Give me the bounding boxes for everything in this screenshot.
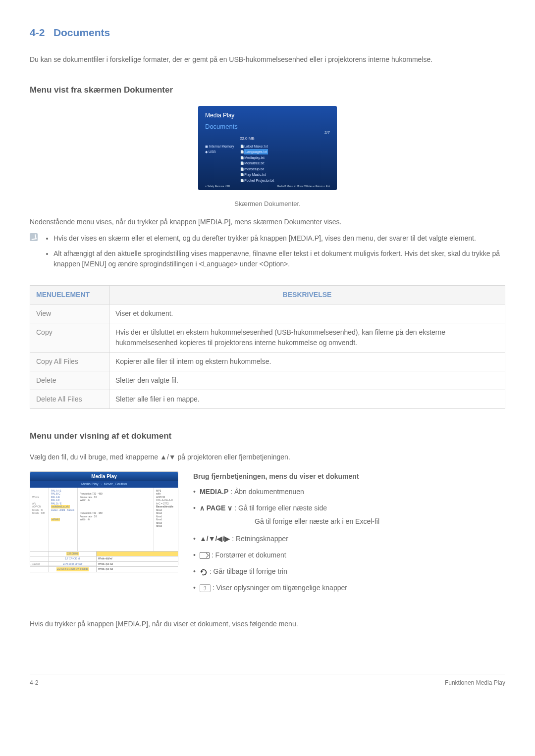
menu-item-desc: Kopierer alle filer til intern og ekster…	[109, 352, 505, 371]
mp-file-highlighted: Languages.txt	[240, 149, 274, 155]
figure-documents-screen: Media Play Documents 22,0 MB 2/7 ◼ Inter…	[30, 106, 505, 209]
bullet-item: Hvis der vises en skærm eller et element…	[54, 233, 505, 244]
remote-title: Brug fjernbetjeningen, mens du viser et …	[193, 471, 505, 482]
th-description: BESKRIVELSE	[109, 285, 505, 304]
mp-file: Menuitree.txt	[240, 160, 274, 166]
menu-item-name: Delete All Files	[30, 390, 109, 408]
dv-col2: PAL A / SPAL B CPAL A EPAL A FPAL D / Es…	[49, 488, 78, 551]
mp-footer-left: ⎋ Safely Remove USB	[205, 185, 230, 189]
section-title: 4-2 Documents	[30, 25, 505, 41]
dv-col4: MP3wfthADPCMCCL-A-OA-A-CA-C = 2772Base·a…	[154, 488, 178, 551]
paragraph: Nedenstående menu vises, når du trykker …	[30, 217, 505, 227]
dv-col3: Resolution 720 · 480Frame rate · 30Width…	[78, 488, 154, 551]
remote-list-2: ▲/▼/◀/▶ : Retningsknapper : Forstørrer e…	[193, 534, 505, 593]
menu-item-name: View	[30, 304, 109, 323]
remote-subtext: Gå til forrige eller næste ark i en Exce…	[255, 516, 505, 527]
dv-breadcrumb: Media Play → Movie_Caution	[30, 481, 178, 488]
mp-source-item: ◼ Internal Memory	[205, 144, 234, 149]
mp-page: 2/7	[324, 130, 330, 136]
remote-item: : Forstørrer et dokument	[193, 550, 505, 560]
footer-right: Funktionen Media Play	[445, 678, 505, 687]
mp-section: Documents	[205, 122, 330, 132]
mp-file: Label Maker.txt	[240, 144, 274, 150]
menu-item-desc: Sletter den valgte fil.	[109, 371, 505, 390]
remote-item: MEDIA.P : Åbn dokumentmenuen	[193, 487, 505, 497]
mp-sources: ◼ Internal Memory ◆ USB	[205, 144, 234, 184]
dv-footer: 227:08:09 2,7 CR-OK fdlWhitit+fddfwf Cau…	[30, 551, 178, 572]
zoom-icon	[200, 552, 210, 559]
page-footer: 4-2 Funktionen Media Play	[30, 674, 505, 687]
footer-left: 4-2	[30, 678, 38, 687]
mp-footer-right: Media.P Menu ▼ Move ☑ Enter ↩ Return ⎋ E…	[277, 185, 330, 189]
table-row: CopyHvis der er tilsluttet en ekstern hu…	[30, 323, 505, 352]
mp-file: Mediaplay.txt	[240, 155, 274, 161]
dv-col1: WordsA/VADPCMfdsfds · fdfdsfds · fdflf	[30, 488, 49, 551]
subsection-title-1: Menu vist fra skærmen Dokumenter	[30, 84, 505, 97]
intro-text: Du kan se dokumentfiler i forskellige fo…	[30, 54, 505, 65]
section-name: Documents	[54, 27, 110, 38]
table-row: Delete All FilesSletter alle filer i en …	[30, 390, 505, 408]
dv-title: Media Play	[30, 472, 178, 481]
mp-file: Pocket Projector.txt	[240, 178, 274, 184]
mp-title: Media Play	[205, 111, 330, 120]
subsection-intro: Vælg den fil, du vil bruge, med knappern…	[30, 452, 505, 462]
mp-file: Play Music.txt	[240, 172, 274, 178]
mp-source-item: ◆ USB	[205, 149, 234, 154]
menu-item-desc: Hvis der er tilsluttet en ekstern hukomm…	[109, 323, 505, 352]
menu-item-name: Copy	[30, 323, 109, 352]
note-icon	[30, 233, 38, 241]
menu-item-desc: Viser et dokument.	[109, 304, 505, 323]
section-number: 4-2	[30, 27, 45, 38]
bullet-item: Alt afhængigt af den aktuelle sprogindst…	[54, 249, 505, 269]
remote-list: MEDIA.P : Åbn dokumentmenuen ∧ PAGE ∨ : …	[193, 487, 505, 513]
undo-icon	[200, 568, 208, 575]
table-row: DeleteSletter den valgte fil.	[30, 371, 505, 390]
media-play-screenshot: Media Play Documents 22,0 MB 2/7 ◼ Inter…	[198, 106, 337, 190]
menu-item-name: Delete	[30, 371, 109, 390]
menu-table: MENUELEMENT BESKRIVELSE ViewViser et dok…	[30, 285, 505, 409]
mp-size: 22,0 MB	[240, 136, 330, 142]
remote-item: ▲/▼/◀/▶ : Retningsknapper	[193, 534, 505, 544]
mp-file: monsetup.txt	[240, 166, 274, 172]
document-view-screenshot: Media Play Media Play → Movie_Caution Wo…	[30, 471, 178, 565]
remote-item: ∧ PAGE ∨ : Gå til forrige eller næste si…	[193, 503, 505, 513]
th-menu-element: MENUELEMENT	[30, 285, 109, 304]
menu-item-name: Copy All Files	[30, 352, 109, 371]
table-row: ViewViser et dokument.	[30, 304, 505, 323]
figure-caption: Skærmen Dokumenter.	[30, 199, 505, 209]
subsection-title-2: Menu under visning af et dokument	[30, 430, 505, 443]
bottom-paragraph: Hvis du trykker på knappen [MEDIA.P], nå…	[30, 619, 505, 629]
menu-item-desc: Sletter alle filer i en mappe.	[109, 390, 505, 408]
remote-item: : Går tilbage til forrige trin	[193, 566, 505, 577]
note-bullets: Hvis der vises en skærm eller et element…	[45, 233, 505, 274]
help-icon: ℐ	[200, 584, 211, 592]
mp-file-list: Label Maker.txt Languages.txt Mediaplay.…	[240, 144, 274, 184]
table-row: Copy All FilesKopierer alle filer til in…	[30, 352, 505, 371]
remote-item: ℐ : Viser oplysninger om tilgængelige kn…	[193, 583, 505, 593]
